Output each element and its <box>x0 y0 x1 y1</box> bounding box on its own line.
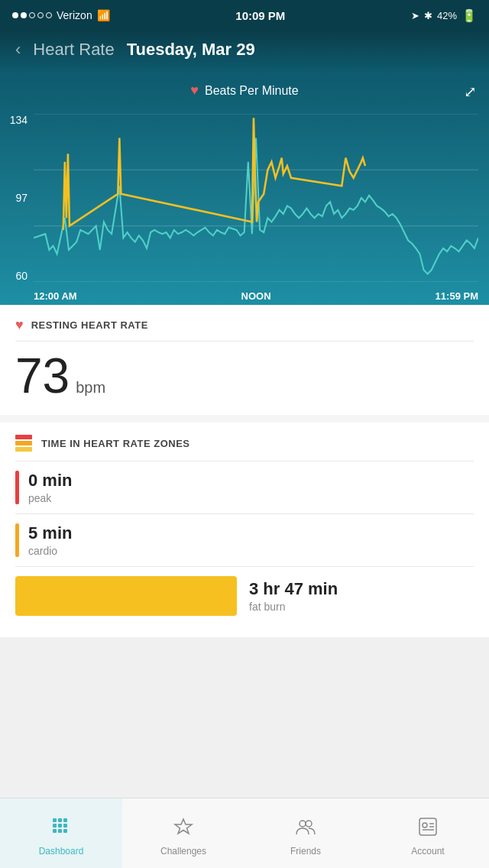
divider-1 <box>15 341 474 342</box>
battery-label: 42% <box>437 10 457 21</box>
svg-point-16 <box>423 823 427 828</box>
resting-hr-number: 73 <box>15 349 70 403</box>
resting-hr-title: RESTING HEART RATE <box>31 319 148 331</box>
chart-container: 134 97 60 12:00 AM NOON <box>0 106 489 305</box>
account-icon <box>417 816 439 843</box>
location-icon: ➤ <box>411 10 419 21</box>
dot-2 <box>21 12 27 18</box>
zone-peak: 0 min peak <box>15 461 474 513</box>
peak-time: 0 min <box>28 471 72 491</box>
resting-hr-value-display: 73 bpm <box>15 349 474 403</box>
signal-dots <box>12 12 52 18</box>
fat-burn-time: 3 hr 47 min <box>249 579 338 599</box>
bluetooth-icon: ✱ <box>424 10 432 21</box>
wifi-icon: 📶 <box>97 9 110 21</box>
svg-rect-12 <box>63 829 67 833</box>
dashboard-icon <box>50 816 72 843</box>
dot-4 <box>37 12 44 18</box>
svg-rect-9 <box>63 824 67 828</box>
tab-bar: Dashboard Challenges Friends <box>0 798 489 868</box>
dot-3 <box>29 12 35 18</box>
zone-fat-burn: 3 hr 47 min fat burn <box>15 566 474 625</box>
battery-icon: 🔋 <box>461 8 477 23</box>
svg-rect-5 <box>58 818 62 822</box>
heart-rate-zones-section: TIME IN HEART RATE ZONES 0 min peak 5 mi… <box>0 423 489 637</box>
svg-point-14 <box>306 821 312 827</box>
y-label-134: 134 <box>0 114 28 126</box>
svg-point-13 <box>300 821 306 827</box>
peak-info: 0 min peak <box>28 471 72 504</box>
expand-icon[interactable]: ⤢ <box>464 83 477 101</box>
status-right: ➤ ✱ 42% 🔋 <box>411 8 477 23</box>
fat-burn-info: 3 hr 47 min fat burn <box>249 579 338 613</box>
x-label-night: 11:59 PM <box>436 290 478 302</box>
tab-friends[interactable]: Friends <box>244 798 367 868</box>
peak-bar <box>15 471 19 504</box>
bottom-spacer <box>0 645 489 715</box>
tab-dashboard[interactable]: Dashboard <box>0 798 122 868</box>
chart-svg-area <box>34 114 478 282</box>
main-content: ♥ RESTING HEART RATE 73 bpm TIME IN HEAR… <box>0 305 489 637</box>
fat-burn-bar <box>15 576 237 616</box>
cardio-label: cardio <box>28 545 72 557</box>
resting-heart-icon: ♥ <box>15 317 24 333</box>
svg-rect-11 <box>58 829 62 833</box>
y-label-97: 97 <box>0 192 28 204</box>
heart-icon: ♥ <box>190 83 199 99</box>
cardio-time: 5 min <box>28 523 72 543</box>
status-bar: Verizon 📶 10:09 PM ➤ ✱ 42% 🔋 <box>0 0 489 31</box>
tab-challenges-label: Challenges <box>160 846 206 857</box>
resting-hr-header: ♥ RESTING HEART RATE <box>15 317 474 333</box>
page-title: Heart Rate <box>33 40 114 60</box>
peak-label: peak <box>28 492 72 504</box>
zones-icon <box>15 435 32 452</box>
cardio-bar <box>15 523 19 557</box>
zone-cardio: 5 min cardio <box>15 513 474 566</box>
page-header: ‹ Heart Rate Tuesday, Mar 29 <box>0 31 489 72</box>
challenges-icon <box>173 816 194 843</box>
tab-account[interactable]: Account <box>367 798 489 868</box>
dot-5 <box>46 12 52 18</box>
heart-rate-svg <box>34 114 478 282</box>
y-label-60: 60 <box>0 270 28 282</box>
tab-account-label: Account <box>411 846 444 857</box>
tab-friends-label: Friends <box>290 846 321 857</box>
svg-rect-10 <box>53 829 57 833</box>
resting-hr-unit: bpm <box>76 379 105 396</box>
svg-rect-8 <box>58 824 62 828</box>
status-time: 10:09 PM <box>235 9 285 22</box>
chart-x-axis: 12:00 AM NOON 11:59 PM <box>34 290 478 302</box>
zones-title: TIME IN HEART RATE ZONES <box>41 438 189 449</box>
zones-header: TIME IN HEART RATE ZONES <box>15 435 474 452</box>
resting-heart-rate-section: ♥ RESTING HEART RATE 73 bpm <box>0 305 489 415</box>
dot-1 <box>12 12 18 18</box>
svg-rect-4 <box>53 818 57 822</box>
tab-challenges[interactable]: Challenges <box>122 798 244 868</box>
fat-burn-label: fat burn <box>249 601 338 613</box>
heart-rate-chart-area: ♥ Beats Per Minute ⤢ 134 97 60 <box>0 72 489 305</box>
svg-rect-7 <box>53 824 57 828</box>
friends-icon <box>295 816 316 843</box>
cardio-info: 5 min cardio <box>28 523 72 557</box>
chart-legend-text: Beats Per Minute <box>205 84 299 98</box>
status-left: Verizon 📶 <box>12 9 110 21</box>
svg-rect-6 <box>63 818 67 822</box>
x-label-midnight: 12:00 AM <box>34 290 77 302</box>
x-label-noon: NOON <box>241 290 271 302</box>
page-date: Tuesday, Mar 29 <box>127 40 255 60</box>
chart-y-axis: 134 97 60 <box>0 106 28 305</box>
tab-dashboard-label: Dashboard <box>39 846 84 857</box>
back-button[interactable]: ‹ <box>15 40 21 60</box>
carrier-label: Verizon <box>57 9 92 21</box>
chart-legend: ♥ Beats Per Minute <box>0 79 489 106</box>
